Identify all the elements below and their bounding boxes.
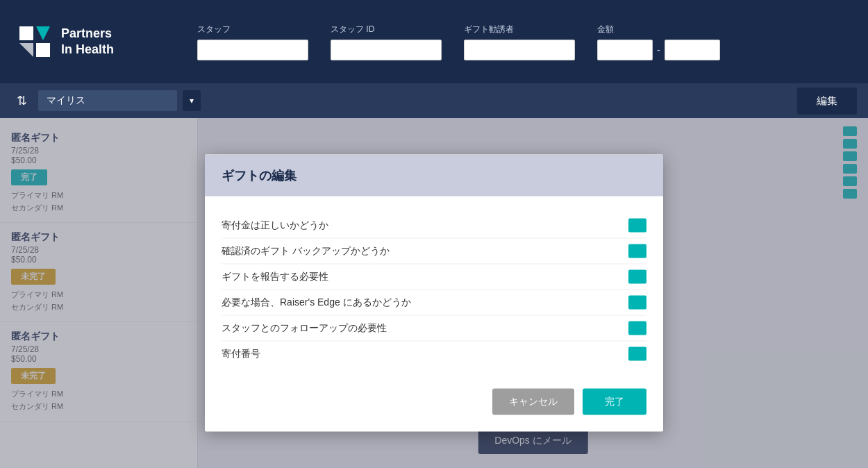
checkbox-row-5: スタッフとのフォローアップの必要性 [222,316,646,342]
checkbox-label-5: スタッフとのフォローアップの必要性 [222,322,387,335]
staff-field-group: スタッフ [197,24,308,60]
logo-icon [17,24,53,60]
staff-input[interactable] [197,40,308,60]
amount-range: - [597,40,720,60]
checkbox-row-1: 寄付金は正しいかどうか [222,213,646,239]
list-label: マイリス [47,94,85,107]
checkbox-label-6: 寄付番号 [222,348,260,360]
header-fields: スタッフ スタッフ ID ギフト勧誘者 金額 - [197,24,851,60]
staff-id-label: スタッフ ID [331,24,442,35]
sort-button[interactable]: ⇅ [11,90,33,111]
checkbox-row-2: 確認済のギフト バックアップかどうか [222,239,646,265]
staff-id-input[interactable] [331,40,442,60]
complete-button[interactable]: 完了 [583,389,646,415]
gift-solicitor-input[interactable] [464,40,575,60]
edit-button[interactable]: 編集 [797,87,857,115]
amount-label: 金額 [597,24,720,35]
checkbox-row-6: 寄付番号 [222,342,646,367]
staff-id-field-group: スタッフ ID [331,24,442,60]
amount-to-input[interactable] [665,40,720,60]
checkbox-label-4: 必要な場合、Raiser's Edge にあるかどうか [222,296,411,309]
staff-label: スタッフ [197,24,308,35]
edit-gift-modal: ギフトの編集 寄付金は正しいかどうか 確認済のギフト バックアップかどうか ギフ… [205,155,663,432]
list-select-inner: マイリス [47,94,169,107]
modal-footer: キャンセル 完了 [205,378,663,432]
gift-solicitor-field-group: ギフト勧誘者 [464,24,575,60]
modal-header: ギフトの編集 [205,155,663,197]
checkbox-4[interactable] [628,296,646,310]
svg-marker-4 [36,43,50,57]
cancel-button[interactable]: キャンセル [492,389,574,415]
checkbox-1[interactable] [628,219,646,233]
chevron-down-icon[interactable]: ▾ [183,90,201,111]
logo-area: Partners In Health [17,24,156,60]
modal-body: 寄付金は正しいかどうか 確認済のギフト バックアップかどうか ギフトを報告する必… [205,213,663,378]
amount-from-input[interactable] [597,40,653,60]
toolbar: ⇅ マイリス ▾ 編集 [0,83,868,118]
checkbox-6[interactable] [628,347,646,361]
checkbox-5[interactable] [628,321,646,335]
logo-text: Partners In Health [61,26,114,58]
checkbox-3[interactable] [628,270,646,284]
main-area: 匿名ギフト 7/25/28 $50.00 完了 プライマリ RMセカンダリ RM… [0,118,868,468]
list-selector[interactable]: マイリス [38,90,177,111]
range-separator: - [657,44,660,56]
checkbox-row-4: 必要な場合、Raiser's Edge にあるかどうか [222,290,646,316]
gift-solicitor-label: ギフト勧誘者 [464,24,575,35]
amount-field-group: 金額 - [597,24,720,60]
checkbox-label-1: 寄付金は正しいかどうか [222,219,328,232]
checkbox-label-3: ギフトを報告する必要性 [222,271,328,283]
checkbox-label-2: 確認済のギフト バックアップかどうか [222,245,390,258]
header: Partners In Health スタッフ スタッフ ID ギフト勧誘者 金… [0,0,868,83]
modal-title: ギフトの編集 [222,167,646,184]
checkbox-2[interactable] [628,244,646,258]
svg-marker-1 [19,26,33,40]
checkbox-row-3: ギフトを報告する必要性 [222,265,646,290]
